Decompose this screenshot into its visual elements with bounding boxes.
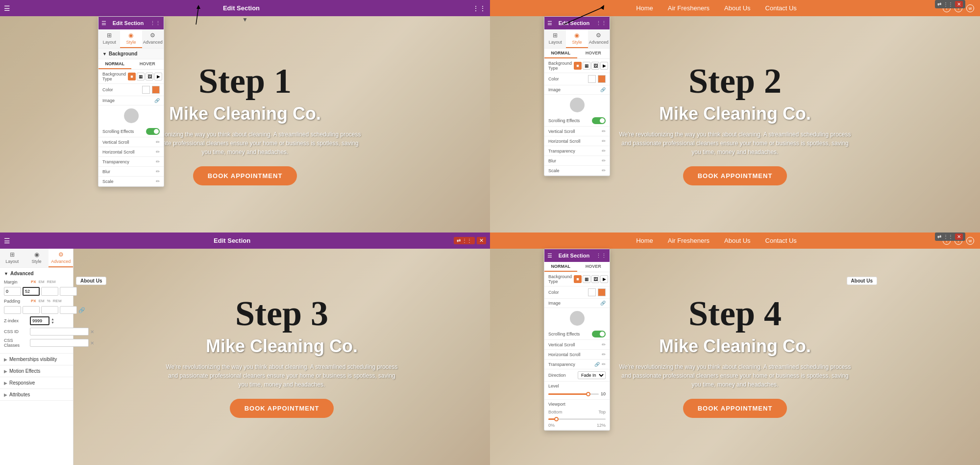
nav-contact-us-2[interactable]: Contact Us [765, 4, 797, 12]
accordion-responsive-header-3[interactable]: ▶ Responsive [0, 377, 73, 388]
transparency-edit-2[interactable]: ✏ [602, 148, 606, 154]
bg-btn-color-1[interactable]: ■ [128, 73, 136, 80]
bg-btn-gradient-1[interactable]: ▦ [137, 73, 145, 80]
blur-edit-1[interactable]: ✏ [156, 169, 160, 174]
mini-move-btn-4[interactable]: ⇄ [937, 234, 941, 239]
color-box-white-4[interactable] [588, 288, 596, 296]
horizontal-scroll-edit-4[interactable]: ✏ [602, 352, 606, 357]
color-box-orange-2[interactable] [598, 75, 606, 83]
book-btn-1[interactable]: BOOK APPOINTMENT [193, 166, 297, 185]
mini-grid-btn-4[interactable]: ⋮⋮ [943, 234, 953, 239]
nav-home-2[interactable]: Home [636, 4, 653, 12]
book-btn-2[interactable]: BOOK APPOINTMENT [683, 166, 787, 185]
horizontal-scroll-edit-2[interactable]: ✏ [602, 138, 606, 144]
color-box-white-2[interactable] [588, 75, 596, 83]
accordion-attributes-header-3[interactable]: ▶ Attributes [0, 389, 73, 400]
grid-icon-1[interactable]: ⋮⋮ [472, 4, 486, 12]
bg-btn-gradient-2[interactable]: ▦ [583, 62, 590, 70]
normal-tab-4[interactable]: NORMAL [544, 262, 577, 272]
color-box-white-1[interactable] [142, 86, 150, 94]
bg-btn-video-1[interactable]: ▶ [154, 73, 162, 80]
panel-hamburger-2[interactable]: ☰ [547, 20, 552, 26]
panel-tab-layout-2[interactable]: ⊞ Layout [544, 29, 566, 48]
hamburger-icon-3[interactable]: ☰ [4, 237, 10, 245]
bg-btn-video-4[interactable]: ▶ [600, 275, 608, 283]
normal-tab-1[interactable]: NORMAL [98, 59, 131, 69]
vertical-scroll-edit-4[interactable]: ✏ [602, 342, 606, 347]
viewport-slider-4[interactable] [548, 418, 606, 420]
margin-input-bottom-3[interactable] [41, 287, 58, 296]
bg-btn-video-2[interactable]: ▶ [600, 62, 608, 70]
transparency-edit-4[interactable]: ✏ [602, 362, 606, 367]
book-btn-4[interactable]: BOOK APPOINTMENT [683, 399, 787, 418]
scale-edit-2[interactable]: ✏ [602, 168, 606, 173]
nav-contact-us-4[interactable]: Contact Us [765, 237, 797, 244]
blur-edit-2[interactable]: ✏ [602, 158, 606, 163]
vertical-scroll-edit-1[interactable]: ✏ [156, 139, 160, 145]
bg-btn-gradient-4[interactable]: ▦ [583, 275, 590, 283]
accordion-motion-header-3[interactable]: ▶ Motion Effects [0, 365, 73, 377]
mini-move-btn-2[interactable]: ⇄ [937, 1, 941, 7]
book-btn-3[interactable]: BOOK APPOINTMENT [230, 399, 334, 418]
panel-grid-1[interactable]: ⋮⋮ [150, 20, 161, 26]
css-classes-input-3[interactable] [30, 339, 89, 347]
panel-tab-style-1[interactable]: ◉ Style [120, 29, 142, 48]
panel-grid-4[interactable]: ⋮⋮ [596, 253, 607, 259]
padding-px-3[interactable]: PX [30, 298, 37, 304]
padding-input-left-3[interactable] [60, 306, 77, 314]
left-tab-layout-3[interactable]: ⊞ Layout [0, 249, 24, 267]
color-box-orange-4[interactable] [598, 288, 606, 296]
transparency-edit-1[interactable]: ✏ [156, 159, 160, 164]
scale-edit-1[interactable]: ✏ [156, 179, 160, 184]
margin-em-3[interactable]: EM [38, 279, 46, 284]
css-classes-clear-3[interactable]: ✕ [90, 340, 94, 346]
normal-tab-2[interactable]: NORMAL [544, 49, 577, 58]
margin-input-top-3[interactable] [4, 287, 21, 296]
nav-home-4[interactable]: Home [636, 237, 653, 244]
bg-btn-color-4[interactable]: ■ [574, 275, 582, 283]
color-box-orange-1[interactable] [152, 86, 160, 94]
nav-about-us-2[interactable]: About Us [724, 4, 750, 12]
padding-rem-3[interactable]: REM [52, 298, 63, 304]
bg-section-header-1[interactable]: ▼ Background [98, 49, 164, 59]
panel-tab-style-2[interactable]: ◉ Style [566, 29, 588, 48]
level-slider-4[interactable] [548, 393, 599, 395]
margin-input-left-3[interactable] [60, 287, 77, 296]
mini-close-btn-2[interactable]: ✕ [955, 1, 963, 7]
move-btn-3[interactable]: ⇄ ⋮⋮ [454, 237, 475, 244]
spin-up-3[interactable]: ▲ [51, 317, 54, 321]
close-btn-3[interactable]: ✕ [477, 237, 486, 244]
viewport-thumb-4[interactable] [554, 417, 559, 421]
margin-px-3[interactable]: PX [30, 279, 37, 284]
mini-close-btn-4[interactable]: ✕ [955, 233, 963, 240]
spin-down-3[interactable]: ▼ [51, 321, 54, 324]
nav-air-fresheners-4[interactable]: Air Fresheners [668, 237, 710, 244]
bg-btn-image-2[interactable]: 🖼 [591, 62, 599, 70]
nav-whatsapp-4[interactable]: w [966, 237, 974, 245]
z-index-input-3[interactable] [30, 316, 49, 325]
hamburger-icon-1[interactable]: ☰ [4, 4, 10, 12]
accordion-memberships-header-3[interactable]: ▶ Memberships visibility [0, 354, 73, 365]
scrolling-toggle-2[interactable] [592, 117, 606, 124]
hover-tab-2[interactable]: HOVER [577, 49, 610, 58]
padding-link-icon-3[interactable]: 🔗 [78, 307, 85, 313]
bg-btn-image-4[interactable]: 🖼 [591, 275, 599, 283]
padding-input-top-3[interactable] [4, 306, 21, 314]
nav-whatsapp-2[interactable]: w [966, 4, 974, 12]
left-tab-style-3[interactable]: ◉ Style [24, 249, 49, 267]
bg-btn-image-1[interactable]: 🖼 [146, 73, 153, 80]
panel-tab-advanced-1[interactable]: ⚙ Advanced [142, 29, 164, 48]
mini-grid-btn-2[interactable]: ⋮⋮ [943, 1, 953, 7]
nav-air-fresheners-2[interactable]: Air Fresheners [668, 4, 710, 12]
panel-tab-advanced-2[interactable]: ⚙ Advanced [588, 29, 610, 48]
panel-hamburger-1[interactable]: ☰ [101, 20, 106, 26]
padding-input-right-3[interactable] [23, 306, 40, 314]
advanced-header-3[interactable]: ▼ Advanced [4, 271, 69, 276]
bg-btn-color-2[interactable]: ■ [574, 62, 582, 70]
margin-rem-3[interactable]: REM [46, 279, 57, 284]
direction-select-4[interactable]: Fade In [578, 371, 606, 379]
hover-tab-4[interactable]: HOVER [577, 262, 610, 272]
panel-grid-2[interactable]: ⋮⋮ [596, 20, 607, 26]
panel-hamburger-4[interactable]: ☰ [547, 253, 552, 259]
hover-tab-1[interactable]: HOVER [131, 59, 164, 69]
